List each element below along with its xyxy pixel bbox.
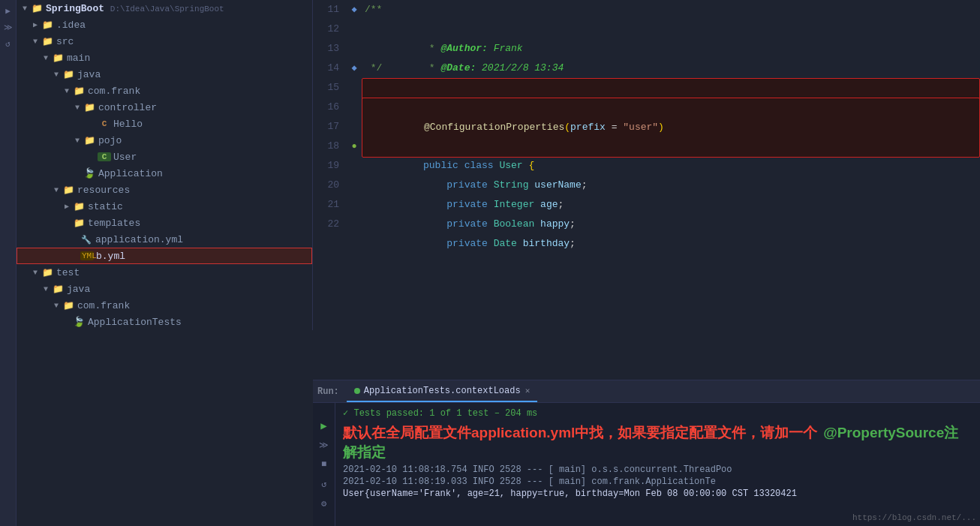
test-comfrank-arrow: [51, 302, 62, 310]
code-line-14: 14 ◆ */: [313, 59, 980, 78]
root-folder-icon: 📁: [30, 3, 44, 14]
tree-item-application[interactable]: 🍃 Application: [17, 165, 312, 182]
comfrank-arrow: [62, 87, 72, 95]
byml-label: b.yml: [96, 251, 125, 262]
tree-item-controller[interactable]: 📁 controller: [17, 99, 312, 116]
left-panel: 📁 SpringBoot D:\Idea\Java\SpringBoot 📁 .…: [17, 0, 313, 526]
toolbar-icon-1[interactable]: ▶: [2, 5, 14, 17]
watermark: https://blog.csdn.net/...: [852, 513, 976, 522]
tree-item-pojo[interactable]: 📁 pojo: [17, 132, 312, 149]
run-label: Run:: [317, 386, 339, 397]
test-java-arrow: [41, 285, 51, 293]
code-line-19: 19 private String userName;: [313, 156, 980, 176]
main-label: main: [67, 53, 90, 64]
application-label: Application: [98, 168, 163, 179]
tree-item-resources[interactable]: 📁 resources: [17, 182, 312, 198]
code-line-21: 21 private Boolean happy;: [313, 195, 980, 215]
src-arrow: [30, 38, 41, 46]
run-btn-group: ▶ ≫ ■ ↺ ⚙: [313, 403, 335, 526]
static-folder-icon: 📁: [72, 201, 86, 212]
run-status: ✓ Tests passed: 1 of 1 test – 204 ms: [335, 404, 980, 422]
templates-folder-icon: 📁: [72, 218, 86, 229]
annotation-line1: 默认在全局配置文件application.yml中找，如果要指定配置文件，请加一…: [343, 425, 817, 440]
apptests-label: ApplicationTests: [88, 317, 182, 328]
test-folder-icon: 📁: [41, 267, 54, 278]
idea-folder-icon: 📁: [41, 20, 54, 31]
code-line-15: 15 @PropertySource(value = "classpath:b.…: [313, 78, 980, 98]
apptests-icon: 🍃: [72, 316, 86, 328]
tree-item-test-comfrank[interactable]: 📁 com.frank: [17, 297, 312, 314]
run-status-text: Tests passed: 1 of 1 test – 204 ms: [353, 408, 537, 419]
project-sidebar: 📁 SpringBoot D:\Idea\Java\SpringBoot 📁 .…: [17, 0, 313, 330]
run-tab[interactable]: ApplicationTests.contextLoads ✕: [347, 380, 537, 402]
log-line-4: User{userName='Frank', age=21, happy=tru…: [335, 488, 980, 500]
tree-item-static[interactable]: 📁 static: [17, 198, 312, 215]
run-log: ✓ Tests passed: 1 of 1 test – 204 ms 默认在…: [335, 403, 980, 526]
resources-arrow: [51, 186, 62, 194]
hello-label: Hello: [113, 119, 143, 130]
tree-root[interactable]: 📁 SpringBoot D:\Idea\Java\SpringBoot: [17, 0, 312, 17]
test-comfrank-label: com.frank: [77, 300, 130, 311]
tree-item-java[interactable]: 📁 java: [17, 66, 312, 83]
static-arrow: [62, 202, 72, 211]
src-label: src: [56, 36, 74, 47]
run-settings-btn[interactable]: ⚙: [316, 495, 332, 512]
run-rerun-btn[interactable]: ↺: [316, 476, 332, 492]
code-line-16: 16 @ConfigurationProperties(prefix = "us…: [313, 98, 980, 117]
src-folder-icon: 📁: [41, 36, 54, 47]
tree-item-src[interactable]: 📁 src: [17, 33, 312, 50]
tree-item-apptests[interactable]: 🍃 ApplicationTests: [17, 314, 312, 330]
pojo-arrow: [72, 137, 83, 145]
annotation-box: 默认在全局配置文件application.yml中找，如果要指定配置文件，请加一…: [335, 422, 980, 464]
root-arrow: [20, 5, 30, 13]
tree-item-byml[interactable]: YML b.yml: [17, 248, 312, 264]
code-line-13: 13 * @Date: 2021/2/8 13:34: [313, 39, 980, 59]
java-label: java: [77, 69, 101, 80]
tree-item-test[interactable]: 📁 test: [17, 264, 312, 281]
main-arrow: [41, 54, 51, 62]
hello-icon: C: [98, 119, 111, 128]
controller-label: controller: [98, 102, 157, 113]
editor-with-bottom: 11 ◆ /** 12 * @Author: Frank 13 * @Date:…: [313, 0, 980, 526]
code-line-12: 12 * @Author: Frank: [313, 20, 980, 39]
left-toolbar: ▶ ≫ ↺: [0, 0, 17, 526]
idea-label: .idea: [56, 20, 86, 31]
static-label: static: [88, 201, 123, 212]
tree-item-comfrank[interactable]: 📁 com.frank: [17, 83, 312, 99]
run-tab-close[interactable]: ✕: [525, 386, 531, 395]
application-icon: 🍃: [83, 167, 96, 179]
templates-label: templates: [88, 218, 140, 229]
tree-item-idea[interactable]: 📁 .idea: [17, 17, 312, 33]
code-line-22: 22 private Date birthday;: [313, 215, 980, 234]
run-panel-tabs: Run: ApplicationTests.contextLoads ✕: [313, 380, 980, 403]
test-arrow: [30, 269, 41, 277]
run-tab-dot: [354, 388, 360, 394]
code-editor: 11 ◆ /** 12 * @Author: Frank 13 * @Date:…: [313, 0, 980, 380]
tree-item-templates[interactable]: 📁 templates: [17, 215, 312, 231]
user-label: User: [113, 152, 137, 163]
resources-label: resources: [77, 185, 130, 196]
log-line-2: 2021-02-10 11:08:19.033 INFO 2528 --- [ …: [335, 476, 980, 488]
tree-item-user[interactable]: C User: [17, 149, 312, 165]
toolbar-icon-3[interactable]: ↺: [2, 38, 14, 50]
tree-item-appyml[interactable]: 🔧 application.yml: [17, 231, 312, 248]
pojo-folder-icon: 📁: [83, 135, 96, 146]
java-arrow: [51, 71, 62, 79]
tree-item-main[interactable]: 📁 main: [17, 50, 312, 66]
tree-item-test-java[interactable]: 📁 java: [17, 281, 312, 297]
controller-folder-icon: 📁: [83, 102, 96, 113]
run-fast-btn[interactable]: ≫: [316, 437, 332, 453]
appyml-label: application.yml: [95, 234, 183, 245]
log-line-1: 2021-02-10 11:08:18.754 INFO 2528 --- [ …: [335, 464, 980, 476]
tree-item-hello[interactable]: C Hello: [17, 116, 312, 132]
toolbar-icon-2[interactable]: ≫: [2, 21, 14, 33]
main-content: 11 ◆ /** 12 * @Author: Frank 13 * @Date:…: [313, 0, 980, 526]
test-comfrank-icon: 📁: [62, 300, 75, 311]
run-panel: Run: ApplicationTests.contextLoads ✕ ▶ ≫…: [313, 380, 980, 526]
run-stop-btn[interactable]: ■: [316, 456, 332, 473]
run-play-btn[interactable]: ▶: [316, 417, 332, 434]
pojo-label: pojo: [98, 135, 122, 146]
main-folder-icon: 📁: [51, 53, 65, 64]
code-line-11: 11 ◆ /**: [313, 0, 980, 20]
idea-arrow: [30, 20, 41, 29]
